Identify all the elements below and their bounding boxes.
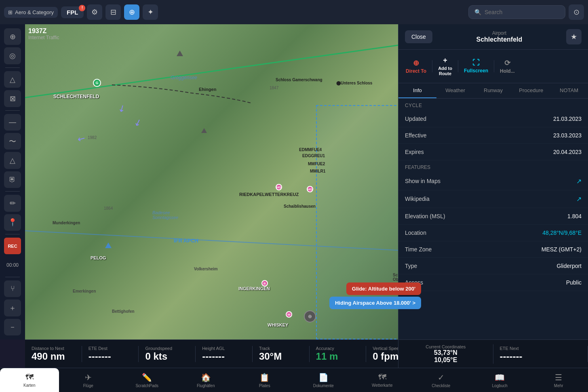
top-bar-left: ⊞ Aero & Category FPL ! ⚙ ⊟ ⊕ ✦ bbox=[4, 4, 465, 20]
pin-icon: 📍 bbox=[8, 218, 17, 227]
tab-notam[interactable]: NOTAM bbox=[550, 83, 588, 98]
b-marker[interactable]: B bbox=[261, 280, 268, 287]
location-button[interactable]: ⊙ bbox=[569, 4, 584, 20]
sidebar-triangle-icon[interactable]: △ bbox=[4, 71, 21, 88]
hg-marker-2[interactable]: HG bbox=[307, 186, 313, 192]
timezone-value: MESZ (GMT+2) bbox=[542, 246, 582, 253]
search-input[interactable] bbox=[485, 9, 557, 15]
gear-icon: ⚙ bbox=[91, 8, 98, 17]
star-icon: ★ bbox=[571, 32, 577, 41]
sidebar-divider-1 bbox=[5, 67, 20, 68]
tab-mehr[interactable]: ☰ Mehr bbox=[529, 368, 588, 392]
sidebar-pencil-icon[interactable]: ✏ bbox=[4, 195, 21, 211]
hg-marker-1[interactable]: HG bbox=[276, 184, 282, 190]
triangle-icon: △ bbox=[10, 75, 15, 84]
tab-fluege[interactable]: ✈ Flüge bbox=[59, 368, 118, 392]
whiskey-marker[interactable]: W bbox=[286, 311, 292, 318]
star-button[interactable]: ★ bbox=[566, 29, 582, 44]
sidebar-route2-icon[interactable]: ⑂ bbox=[4, 280, 21, 297]
flughaefen-label: Flughäfen bbox=[197, 384, 215, 388]
location-row: Location 48,28°N/9,68°E bbox=[398, 225, 588, 241]
fluege-label: Flüge bbox=[83, 384, 93, 388]
close-button[interactable]: Close bbox=[405, 30, 432, 43]
tab-dokumente[interactable]: 📄 Dokumente bbox=[294, 368, 353, 392]
layers-button[interactable]: ⊞ Aero & Category bbox=[4, 7, 58, 18]
label-1982: 1982 bbox=[88, 135, 97, 140]
label-edmmfue4: EDMMFUE4 bbox=[299, 148, 322, 152]
tab-karten[interactable]: 🗺 Karten bbox=[0, 368, 59, 392]
sidebar-divider-3 bbox=[5, 191, 20, 192]
tab-checkliste[interactable]: ✓ Checkliste bbox=[412, 368, 471, 392]
stat-groundspeed-value: 0 kts bbox=[145, 351, 189, 362]
filter-button[interactable]: ⊟ bbox=[105, 4, 121, 20]
sidebar-mountain-icon[interactable]: △ bbox=[4, 152, 21, 169]
fullscreen-button[interactable]: ⛶ Fullscreen bbox=[462, 56, 491, 76]
type-label: Type bbox=[405, 263, 417, 269]
glide-alert[interactable]: Glide: Altitude below 200' bbox=[346, 282, 421, 295]
airport-type-label: Airport bbox=[476, 30, 522, 36]
destination-marker[interactable]: ⊕ bbox=[304, 310, 316, 322]
clock-star-icon: ✦ bbox=[148, 8, 154, 17]
label-whiskey: WHISKEY bbox=[268, 322, 288, 327]
tab-runway[interactable]: Runway bbox=[474, 83, 512, 98]
sidebar-plus-btn[interactable]: ＋ bbox=[4, 299, 21, 316]
direct-to-label: ⊕ Direct To bbox=[406, 59, 426, 74]
tab-procedure[interactable]: Procedure bbox=[512, 83, 550, 98]
sidebar-minus-icon[interactable]: — bbox=[4, 114, 21, 131]
tab-weather[interactable]: Weather bbox=[436, 83, 474, 98]
show-maps-row[interactable]: Show in Maps ↗ bbox=[398, 173, 588, 190]
tab-flughaefen[interactable]: 🏠 Flughäfen bbox=[177, 368, 236, 392]
pelog-triangle bbox=[105, 242, 112, 248]
updated-value: 21.03.2023 bbox=[553, 116, 582, 122]
stat-coords-label: Current Coordinates bbox=[405, 344, 487, 349]
time-display: 00:00 bbox=[4, 257, 21, 273]
clock-button[interactable]: ✦ bbox=[143, 4, 158, 20]
airport-name-label: Schlechtenfeld bbox=[476, 36, 522, 43]
stat-accuracy-label: Accuracy bbox=[316, 346, 360, 351]
fpl-button[interactable]: FPL ! bbox=[61, 6, 84, 18]
tab-scratchpads[interactable]: ✏️ ScratchPads bbox=[118, 368, 177, 392]
tab-plates[interactable]: 📋 Plates bbox=[235, 368, 294, 392]
stat-height-label: Height AGL bbox=[202, 346, 246, 351]
map-area[interactable]: 1937Z Internet Traffic G HG HG B W ⊕ ↙ ↙… bbox=[25, 24, 423, 339]
panel-header: Close Airport Schlechtenfeld ★ bbox=[398, 24, 588, 50]
tab-info[interactable]: Info bbox=[398, 83, 436, 98]
settings-button[interactable]: ⚙ bbox=[87, 4, 102, 20]
sidebar-divider-5 bbox=[5, 277, 20, 277]
tab-wetterkarte[interactable]: 🗺 Wetterkarte bbox=[353, 368, 412, 392]
label-mmilr1: MMILR1 bbox=[310, 169, 325, 173]
sidebar-layers-icon[interactable]: ◎ bbox=[4, 47, 21, 64]
fork-icon: ⑂ bbox=[11, 285, 15, 293]
timezone-label: Time Zone bbox=[405, 246, 432, 253]
wikipedia-row[interactable]: Wikipedia ↗ bbox=[398, 190, 588, 208]
tab-logbuch[interactable]: 📖 Logbuch bbox=[470, 368, 529, 392]
schlechtenfeld-marker[interactable]: G bbox=[93, 79, 101, 87]
show-maps-label: Show in Maps bbox=[405, 178, 440, 184]
flughaefen-icon: 🏠 bbox=[201, 373, 211, 382]
sidebar-nav-icon[interactable]: ⊕ bbox=[4, 28, 21, 45]
airport-title: Airport Schlechtenfeld bbox=[476, 30, 522, 43]
time-overlay: 1937Z Internet Traffic bbox=[28, 27, 59, 40]
sidebar-shield-icon[interactable]: ⛨ bbox=[4, 171, 21, 188]
sidebar-waypoint-icon[interactable]: ⊠ bbox=[4, 90, 21, 107]
location-value: 48,28°N/9,68°E bbox=[542, 230, 582, 236]
stat-groundspeed: Groundspeed 0 kts bbox=[139, 346, 196, 362]
sidebar-pin-icon[interactable]: 📍 bbox=[4, 214, 21, 231]
sidebar-minus-btn[interactable]: － bbox=[4, 319, 21, 335]
direct-to-button[interactable]: ⊕ Direct To bbox=[403, 56, 429, 76]
map-traffic: Internet Traffic bbox=[28, 35, 59, 40]
label-gamerschwang: Schloss Gamerschwang bbox=[276, 78, 322, 82]
hold-button[interactable]: ⟳ Hold... bbox=[497, 56, 517, 76]
stat-ete-dest-value: ------- bbox=[89, 351, 132, 362]
add-to-route-button[interactable]: + Add to Route bbox=[436, 54, 455, 79]
compass-button[interactable]: ⊕ bbox=[124, 4, 139, 20]
shield-icon: ⛨ bbox=[9, 175, 16, 184]
label-unteres: ⬤Unteres Schloss bbox=[336, 81, 372, 85]
rec-button[interactable]: REC bbox=[4, 238, 21, 254]
label-mmfue2: MMFUE2 bbox=[308, 162, 325, 166]
airspace-alert[interactable]: Hiding Airspace Above 18.000' > bbox=[329, 297, 421, 309]
action-divider-2 bbox=[458, 60, 458, 72]
wetterkarte-icon: 🗺 bbox=[378, 373, 386, 382]
action-row: ⊕ Direct To + Add to Route ⛶ Fullscreen … bbox=[398, 50, 588, 83]
sidebar-route-icon[interactable]: 〜 bbox=[4, 133, 21, 150]
